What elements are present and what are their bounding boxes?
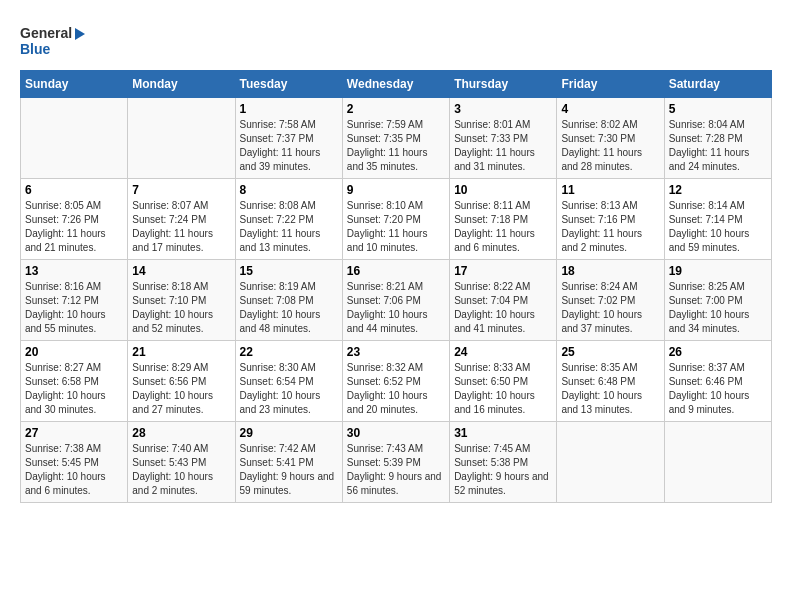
day-number: 23 <box>347 345 445 359</box>
calendar-day <box>21 98 128 179</box>
header-day: Sunday <box>21 71 128 98</box>
calendar-day: 27Sunrise: 7:38 AMSunset: 5:45 PMDayligh… <box>21 422 128 503</box>
calendar-day: 30Sunrise: 7:43 AMSunset: 5:39 PMDayligh… <box>342 422 449 503</box>
calendar-header: SundayMondayTuesdayWednesdayThursdayFrid… <box>21 71 772 98</box>
day-info: Sunrise: 8:37 AMSunset: 6:46 PMDaylight:… <box>669 361 767 417</box>
day-info: Sunrise: 8:25 AMSunset: 7:00 PMDaylight:… <box>669 280 767 336</box>
day-number: 26 <box>669 345 767 359</box>
day-info: Sunrise: 7:43 AMSunset: 5:39 PMDaylight:… <box>347 442 445 498</box>
day-info: Sunrise: 8:16 AMSunset: 7:12 PMDaylight:… <box>25 280 123 336</box>
calendar-day: 15Sunrise: 8:19 AMSunset: 7:08 PMDayligh… <box>235 260 342 341</box>
day-info: Sunrise: 8:10 AMSunset: 7:20 PMDaylight:… <box>347 199 445 255</box>
calendar-day: 4Sunrise: 8:02 AMSunset: 7:30 PMDaylight… <box>557 98 664 179</box>
header-day: Monday <box>128 71 235 98</box>
day-info: Sunrise: 8:11 AMSunset: 7:18 PMDaylight:… <box>454 199 552 255</box>
day-number: 21 <box>132 345 230 359</box>
svg-marker-2 <box>75 28 85 40</box>
day-info: Sunrise: 8:32 AMSunset: 6:52 PMDaylight:… <box>347 361 445 417</box>
day-number: 19 <box>669 264 767 278</box>
calendar-day: 24Sunrise: 8:33 AMSunset: 6:50 PMDayligh… <box>450 341 557 422</box>
day-info: Sunrise: 8:18 AMSunset: 7:10 PMDaylight:… <box>132 280 230 336</box>
calendar-week: 13Sunrise: 8:16 AMSunset: 7:12 PMDayligh… <box>21 260 772 341</box>
day-number: 18 <box>561 264 659 278</box>
day-number: 4 <box>561 102 659 116</box>
calendar-day: 2Sunrise: 7:59 AMSunset: 7:35 PMDaylight… <box>342 98 449 179</box>
calendar-day <box>664 422 771 503</box>
day-number: 7 <box>132 183 230 197</box>
day-info: Sunrise: 8:13 AMSunset: 7:16 PMDaylight:… <box>561 199 659 255</box>
day-number: 15 <box>240 264 338 278</box>
day-info: Sunrise: 8:05 AMSunset: 7:26 PMDaylight:… <box>25 199 123 255</box>
day-info: Sunrise: 8:14 AMSunset: 7:14 PMDaylight:… <box>669 199 767 255</box>
page-header: GeneralBlue <box>20 20 772 60</box>
day-info: Sunrise: 7:42 AMSunset: 5:41 PMDaylight:… <box>240 442 338 498</box>
day-number: 8 <box>240 183 338 197</box>
day-info: Sunrise: 8:08 AMSunset: 7:22 PMDaylight:… <box>240 199 338 255</box>
calendar-day: 5Sunrise: 8:04 AMSunset: 7:28 PMDaylight… <box>664 98 771 179</box>
day-info: Sunrise: 8:29 AMSunset: 6:56 PMDaylight:… <box>132 361 230 417</box>
calendar-day: 7Sunrise: 8:07 AMSunset: 7:24 PMDaylight… <box>128 179 235 260</box>
day-number: 1 <box>240 102 338 116</box>
header-day: Friday <box>557 71 664 98</box>
day-info: Sunrise: 8:24 AMSunset: 7:02 PMDaylight:… <box>561 280 659 336</box>
day-number: 16 <box>347 264 445 278</box>
calendar-week: 20Sunrise: 8:27 AMSunset: 6:58 PMDayligh… <box>21 341 772 422</box>
calendar-day: 29Sunrise: 7:42 AMSunset: 5:41 PMDayligh… <box>235 422 342 503</box>
calendar-day: 31Sunrise: 7:45 AMSunset: 5:38 PMDayligh… <box>450 422 557 503</box>
calendar-day: 6Sunrise: 8:05 AMSunset: 7:26 PMDaylight… <box>21 179 128 260</box>
header-day: Thursday <box>450 71 557 98</box>
day-number: 11 <box>561 183 659 197</box>
day-info: Sunrise: 7:38 AMSunset: 5:45 PMDaylight:… <box>25 442 123 498</box>
svg-text:Blue: Blue <box>20 41 51 57</box>
day-number: 22 <box>240 345 338 359</box>
calendar-day: 1Sunrise: 7:58 AMSunset: 7:37 PMDaylight… <box>235 98 342 179</box>
header-day: Saturday <box>664 71 771 98</box>
header-day: Tuesday <box>235 71 342 98</box>
day-info: Sunrise: 8:19 AMSunset: 7:08 PMDaylight:… <box>240 280 338 336</box>
day-number: 10 <box>454 183 552 197</box>
calendar-day: 20Sunrise: 8:27 AMSunset: 6:58 PMDayligh… <box>21 341 128 422</box>
calendar-day: 21Sunrise: 8:29 AMSunset: 6:56 PMDayligh… <box>128 341 235 422</box>
calendar-day: 17Sunrise: 8:22 AMSunset: 7:04 PMDayligh… <box>450 260 557 341</box>
day-number: 14 <box>132 264 230 278</box>
logo: GeneralBlue <box>20 20 100 60</box>
calendar-day: 14Sunrise: 8:18 AMSunset: 7:10 PMDayligh… <box>128 260 235 341</box>
day-info: Sunrise: 8:30 AMSunset: 6:54 PMDaylight:… <box>240 361 338 417</box>
day-info: Sunrise: 8:02 AMSunset: 7:30 PMDaylight:… <box>561 118 659 174</box>
day-info: Sunrise: 8:33 AMSunset: 6:50 PMDaylight:… <box>454 361 552 417</box>
day-number: 9 <box>347 183 445 197</box>
day-number: 5 <box>669 102 767 116</box>
day-number: 3 <box>454 102 552 116</box>
calendar-day: 10Sunrise: 8:11 AMSunset: 7:18 PMDayligh… <box>450 179 557 260</box>
logo-svg: GeneralBlue <box>20 20 100 60</box>
day-number: 13 <box>25 264 123 278</box>
day-number: 12 <box>669 183 767 197</box>
header-row: SundayMondayTuesdayWednesdayThursdayFrid… <box>21 71 772 98</box>
day-number: 17 <box>454 264 552 278</box>
day-number: 27 <box>25 426 123 440</box>
day-info: Sunrise: 8:07 AMSunset: 7:24 PMDaylight:… <box>132 199 230 255</box>
calendar-day <box>128 98 235 179</box>
calendar-day: 26Sunrise: 8:37 AMSunset: 6:46 PMDayligh… <box>664 341 771 422</box>
svg-text:General: General <box>20 25 72 41</box>
day-info: Sunrise: 8:04 AMSunset: 7:28 PMDaylight:… <box>669 118 767 174</box>
calendar-day: 19Sunrise: 8:25 AMSunset: 7:00 PMDayligh… <box>664 260 771 341</box>
calendar-day <box>557 422 664 503</box>
day-info: Sunrise: 7:58 AMSunset: 7:37 PMDaylight:… <box>240 118 338 174</box>
calendar-day: 25Sunrise: 8:35 AMSunset: 6:48 PMDayligh… <box>557 341 664 422</box>
calendar-week: 27Sunrise: 7:38 AMSunset: 5:45 PMDayligh… <box>21 422 772 503</box>
day-number: 25 <box>561 345 659 359</box>
calendar-day: 18Sunrise: 8:24 AMSunset: 7:02 PMDayligh… <box>557 260 664 341</box>
calendar-day: 3Sunrise: 8:01 AMSunset: 7:33 PMDaylight… <box>450 98 557 179</box>
calendar-day: 8Sunrise: 8:08 AMSunset: 7:22 PMDaylight… <box>235 179 342 260</box>
calendar-body: 1Sunrise: 7:58 AMSunset: 7:37 PMDaylight… <box>21 98 772 503</box>
calendar-day: 28Sunrise: 7:40 AMSunset: 5:43 PMDayligh… <box>128 422 235 503</box>
calendar-day: 22Sunrise: 8:30 AMSunset: 6:54 PMDayligh… <box>235 341 342 422</box>
calendar-week: 1Sunrise: 7:58 AMSunset: 7:37 PMDaylight… <box>21 98 772 179</box>
day-info: Sunrise: 7:59 AMSunset: 7:35 PMDaylight:… <box>347 118 445 174</box>
day-info: Sunrise: 7:45 AMSunset: 5:38 PMDaylight:… <box>454 442 552 498</box>
calendar-week: 6Sunrise: 8:05 AMSunset: 7:26 PMDaylight… <box>21 179 772 260</box>
calendar-day: 12Sunrise: 8:14 AMSunset: 7:14 PMDayligh… <box>664 179 771 260</box>
day-info: Sunrise: 8:27 AMSunset: 6:58 PMDaylight:… <box>25 361 123 417</box>
day-info: Sunrise: 8:22 AMSunset: 7:04 PMDaylight:… <box>454 280 552 336</box>
